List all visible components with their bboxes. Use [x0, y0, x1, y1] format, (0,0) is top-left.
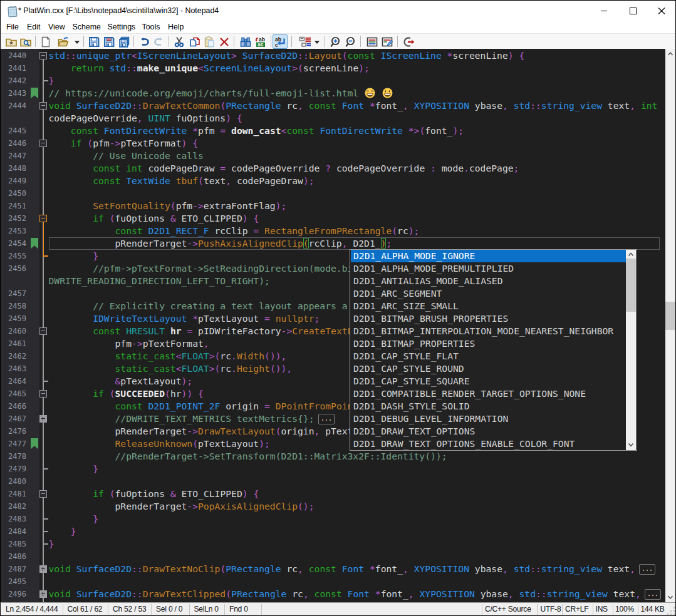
- menu-help[interactable]: Help: [168, 21, 184, 33]
- scroll-up-arrow[interactable]: [665, 49, 675, 59]
- maximize-button[interactable]: [618, 1, 647, 21]
- folded-text-ellipsis[interactable]: [318, 414, 335, 424]
- save-button[interactable]: [88, 36, 100, 48]
- scroll-thumb[interactable]: [665, 302, 675, 330]
- fold-collapse-box[interactable]: [39, 390, 48, 398]
- code-line-2455: }: [49, 250, 99, 262]
- active-fold-end-tick: [43, 255, 48, 257]
- autocomplete-item[interactable]: D2D1_COMPATIBLE_RENDER_TARGET_OPTIONS_NO…: [351, 388, 627, 400]
- line-number-2481: 2481: [1, 488, 26, 500]
- autocomplete-item[interactable]: D2D1_CAP_STYLE_FLAT: [351, 350, 627, 362]
- toolbar: abacabc: [1, 33, 676, 49]
- autocomplete-item[interactable]: D2D1_ANTIALIAS_MODE_ALIASED: [351, 275, 627, 287]
- line-number-2451: 2451: [1, 200, 26, 212]
- scroll-down-arrow[interactable]: [665, 592, 675, 602]
- menu-file[interactable]: File: [6, 21, 19, 33]
- status-line-ending[interactable]: CR+LF: [565, 603, 588, 616]
- folded-text-ellipsis[interactable]: [645, 589, 661, 600]
- redo-button[interactable]: [153, 36, 165, 48]
- line-number-2456: 2456: [1, 262, 26, 275]
- fold-collapse-box[interactable]: [39, 52, 48, 60]
- autocomplete-item[interactable]: D2D1_ALPHA_MODE_PREMULTIPLIED: [351, 262, 627, 275]
- exit-button[interactable]: [403, 36, 414, 48]
- line-number-2483: 2483: [1, 513, 26, 525]
- fold-expand-box[interactable]: [39, 415, 48, 423]
- resize-grip[interactable]: [667, 607, 675, 615]
- word-wrap-button[interactable]: abc: [274, 36, 285, 47]
- scheme-dropdown-button[interactable]: [314, 36, 325, 48]
- new-file-button[interactable]: [40, 36, 51, 48]
- toolbar-separator: [325, 36, 325, 47]
- autocomplete-item[interactable]: D2D1_ARC_SEGMENT: [351, 287, 627, 300]
- browse-favorites-button[interactable]: [20, 36, 31, 48]
- status-divider: [261, 604, 262, 615]
- line-number-2454: 2454: [1, 237, 26, 250]
- menu-tools[interactable]: Tools: [142, 21, 160, 33]
- autocomplete-scroll-thumb[interactable]: [626, 259, 636, 312]
- menu-scheme[interactable]: Scheme: [73, 21, 101, 33]
- cut-button[interactable]: [174, 36, 185, 48]
- autocomplete-scrollbar[interactable]: [626, 250, 636, 450]
- close-button[interactable]: [647, 1, 676, 21]
- fold-expand-box[interactable]: [39, 565, 48, 573]
- edit-scheme-button[interactable]: [382, 36, 393, 48]
- window-title: * PlatWin.cxx [F:\Libs\notepad4\scintill…: [18, 1, 219, 21]
- open-file-button[interactable]: [58, 36, 69, 48]
- fold-collapse-box[interactable]: [39, 327, 48, 336]
- minimize-button[interactable]: [590, 1, 618, 21]
- code-line-2461: pfm->pTextFormat,: [49, 337, 209, 350]
- find-button[interactable]: [240, 36, 251, 48]
- zoom-out-button[interactable]: [345, 36, 356, 48]
- status-insert-mode[interactable]: INS: [596, 603, 608, 616]
- autocomplete-item[interactable]: D2D1_BITMAP_PROPERTIES: [351, 337, 627, 350]
- status-divider: [537, 604, 538, 615]
- menu-settings[interactable]: Settings: [108, 21, 136, 33]
- folded-text-ellipsis[interactable]: [639, 564, 655, 575]
- add-favorite-button[interactable]: [6, 36, 17, 48]
- line-number-2447: 2447: [1, 150, 26, 162]
- status-divider: [108, 604, 108, 615]
- zoom-in-button[interactable]: [330, 36, 341, 48]
- undo-button[interactable]: [138, 36, 150, 48]
- status-zoom-level[interactable]: 100%: [615, 603, 634, 616]
- menu-edit[interactable]: Edit: [27, 21, 40, 33]
- save-as-button[interactable]: [103, 36, 115, 48]
- autocomplete-item[interactable]: D2D1_BITMAP_INTERPOLATION_MODE_NEAREST_N…: [351, 325, 627, 337]
- fold-collapse-box[interactable]: [39, 490, 48, 498]
- fold-end-tick: [43, 80, 48, 81]
- autocomplete-item[interactable]: D2D1_DEBUG_LEVEL_INFORMATION: [351, 413, 627, 425]
- menu-view[interactable]: View: [48, 21, 65, 33]
- fold-collapse-box[interactable]: [39, 215, 48, 223]
- status-divider: [638, 604, 638, 615]
- fold-collapse-box[interactable]: [39, 102, 48, 110]
- autocomplete-item[interactable]: D2D1_CAP_STYLE_ROUND: [351, 362, 627, 375]
- code-line-2483: }: [49, 513, 99, 525]
- editor-vertical-scrollbar[interactable]: [665, 49, 675, 602]
- status-file-size[interactable]: 144 KB: [641, 603, 665, 616]
- line-number-2458: 2458: [1, 300, 26, 312]
- autocomplete-item[interactable]: D2D1_CAP_STYLE_SQUARE: [351, 375, 627, 388]
- customize-schemes-button[interactable]: [367, 36, 378, 48]
- fold-expand-box[interactable]: [39, 590, 48, 598]
- fold-collapse-box[interactable]: [39, 140, 48, 148]
- delete-button[interactable]: [219, 36, 230, 48]
- autocomplete-item[interactable]: D2D1_BITMAP_BRUSH_PROPERTIES: [351, 312, 627, 325]
- replace-button[interactable]: abac: [255, 36, 266, 48]
- select-scheme-button[interactable]: [299, 36, 310, 48]
- code-line-2462: static_cast<FLOAT>(rc.Width()),: [49, 350, 287, 362]
- autocomplete-item[interactable]: D2D1_DRAW_TEXT_OPTIONS_ENABLE_COLOR_FONT: [351, 438, 627, 450]
- status-scheme[interactable]: C/C++ Source: [485, 603, 531, 616]
- autocomplete-item[interactable]: D2D1_ALPHA_MODE_IGNORE: [351, 250, 627, 262]
- line-number-2462: 2462: [1, 350, 26, 362]
- code-line-2465: if (SUCCEEDED(hr)) {: [49, 388, 204, 400]
- paste-button[interactable]: [204, 36, 215, 48]
- autocomplete-scroll-down-arrow[interactable]: [626, 439, 636, 450]
- save-all-button[interactable]: [118, 36, 130, 48]
- line-number-2449: 2449: [1, 175, 26, 187]
- autocomplete-item[interactable]: D2D1_ARC_SIZE_SMALL: [351, 300, 627, 312]
- autocomplete-item[interactable]: D2D1_DASH_STYLE_SOLID: [351, 400, 627, 413]
- status-encoding[interactable]: UTF-8: [541, 603, 561, 616]
- notepad4-app-icon: [6, 5, 18, 18]
- autocomplete-item[interactable]: D2D1_DRAW_TEXT_OPTIONS: [351, 425, 627, 438]
- copy-button[interactable]: [189, 36, 200, 48]
